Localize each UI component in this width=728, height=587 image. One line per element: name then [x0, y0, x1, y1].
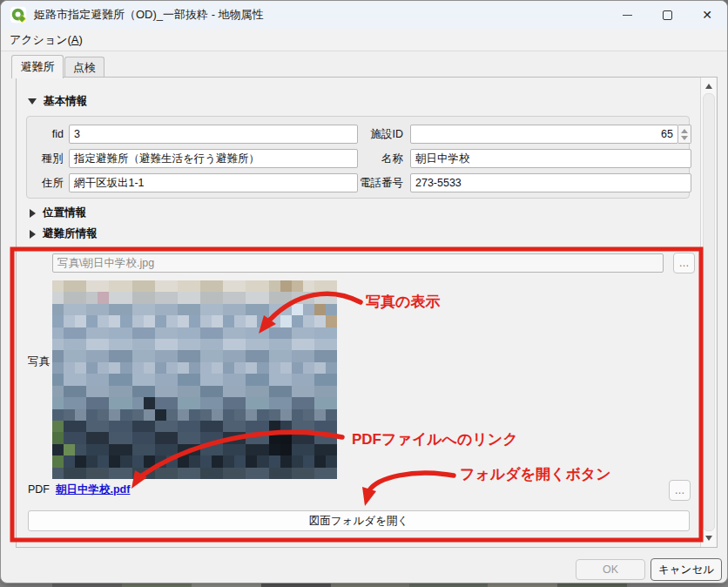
photo-pixel — [144, 444, 155, 455]
minimize-icon[interactable] — [607, 1, 647, 29]
photo-pixel — [120, 421, 131, 432]
photo-pixel — [212, 292, 223, 303]
section-location-info[interactable]: 位置情報 — [30, 206, 86, 220]
photo-pixel — [166, 374, 178, 385]
photo-pixel — [120, 468, 131, 479]
photo-pixel — [75, 374, 86, 385]
photo-pixel — [269, 374, 280, 385]
photo-pixel — [292, 339, 303, 350]
photo-pixel — [292, 304, 303, 315]
scroll-up-button[interactable] — [701, 79, 717, 93]
facility-id-spinner[interactable] — [678, 125, 691, 144]
photo-pixel — [292, 409, 303, 421]
name-field[interactable]: 朝日中学校 — [410, 149, 691, 168]
photo-pixel — [223, 386, 234, 397]
photo-pixel — [326, 374, 337, 385]
photo-pixel — [98, 409, 109, 421]
photo-pixel — [109, 339, 120, 350]
photo-path-input[interactable]: 写真\朝日中学校.jpg — [52, 253, 664, 273]
photo-pixel — [86, 432, 98, 443]
phone-field[interactable]: 273-5533 — [410, 173, 691, 192]
photo-pixel — [120, 397, 131, 408]
close-icon[interactable]: ✕ — [687, 1, 727, 29]
photo-pixel — [52, 409, 64, 421]
photo-pixel — [303, 327, 314, 339]
pdf-browse-button[interactable]: … — [669, 480, 691, 501]
maximize-icon[interactable] — [647, 1, 687, 29]
photo-pixel — [292, 386, 303, 397]
tab-shelter[interactable]: 避難所 — [11, 55, 64, 78]
arrow-up-icon[interactable] — [681, 129, 688, 133]
photo-pixel — [132, 397, 144, 408]
photo-pixel — [257, 304, 268, 315]
photo-pixel — [314, 327, 326, 339]
photo-pixel — [223, 397, 234, 408]
photo-pixel — [257, 315, 268, 327]
photo-pixel — [280, 362, 292, 374]
photo-pixel — [109, 397, 120, 408]
photo-pixel — [86, 421, 98, 432]
photo-pixel — [98, 304, 109, 315]
type-field[interactable]: 指定避難所（避難生活を行う避難所） — [69, 149, 358, 168]
photo-pixel — [303, 444, 314, 455]
photo-pixel — [98, 432, 109, 443]
facility-id-field[interactable]: 65 — [410, 125, 678, 144]
title-bar[interactable]: 姫路市指定避難所（OD)_一部抜粋 - 地物属性 ✕ — [1, 1, 727, 29]
photo-pixel — [52, 444, 64, 455]
photo-pixel — [223, 327, 234, 339]
field-label-facility-id: 施設ID — [349, 125, 403, 144]
scrollbar-thumb[interactable] — [703, 93, 715, 531]
photo-pixel — [98, 374, 109, 385]
photo-pixel — [144, 350, 155, 361]
photo-pixel — [75, 350, 86, 361]
photo-pixel — [189, 468, 200, 479]
ok-button[interactable]: OK — [576, 559, 645, 580]
open-folder-button[interactable]: 図面フォルダを開く — [28, 510, 690, 531]
photo-pixel — [189, 409, 200, 421]
photo-pixel — [178, 432, 189, 443]
photo-pixel — [189, 280, 200, 292]
vertical-scrollbar[interactable] — [700, 78, 716, 547]
photo-pixel — [223, 455, 234, 467]
photo-pixel — [292, 292, 303, 303]
photo-pixel — [326, 386, 337, 397]
photo-pixel — [257, 421, 268, 432]
arrow-down-icon[interactable] — [681, 136, 688, 140]
photo-pixel — [303, 280, 314, 292]
photo-pixel — [189, 315, 200, 327]
triangle-right-icon — [30, 209, 36, 218]
photo-pixel — [178, 455, 189, 467]
fid-field[interactable]: 3 — [69, 125, 358, 144]
pdf-link[interactable]: 朝日中学校.pdf — [56, 482, 130, 497]
photo-pixel — [155, 315, 166, 327]
menu-bar: アクション(A) — [1, 29, 727, 51]
window-controls: ✕ — [607, 1, 727, 29]
photo-pixel — [246, 374, 257, 385]
photo-pixel — [212, 397, 223, 408]
cancel-button[interactable]: キャンセル — [650, 558, 722, 581]
section-shelter-info[interactable]: 避難所情報 — [30, 226, 98, 241]
photo-pixel — [314, 339, 326, 350]
address-field[interactable]: 網干区坂出1-1 — [69, 173, 358, 192]
photo-pixel — [189, 292, 200, 303]
photo-pixel — [178, 397, 189, 408]
photo-pixel — [86, 304, 98, 315]
photo-browse-button[interactable]: … — [673, 253, 695, 273]
tab-inspection[interactable]: 点検 — [64, 57, 104, 78]
qgis-logo-icon — [10, 6, 27, 24]
photo-pixel — [234, 350, 246, 361]
photo-label: 写真 — [28, 354, 50, 369]
photo-pixel — [280, 315, 292, 327]
attribute-dialog-window: 姫路市指定避難所（OD)_一部抜粋 - 地物属性 ✕ アクション(A) 避難所 … — [0, 0, 728, 584]
photo-pixel — [52, 304, 64, 315]
menu-actions[interactable]: アクション(A) — [1, 32, 90, 48]
section-basic-info[interactable]: 基本情報 — [28, 94, 87, 109]
scroll-down-button[interactable] — [701, 531, 717, 545]
photo-pixel — [269, 304, 280, 315]
triangle-down-icon — [28, 98, 37, 105]
photo-pixel — [269, 421, 280, 432]
photo-pixel — [292, 468, 303, 479]
photo-pixel — [189, 421, 200, 432]
field-label-fid: fid — [27, 125, 64, 144]
shelter-photo[interactable] — [52, 280, 337, 479]
